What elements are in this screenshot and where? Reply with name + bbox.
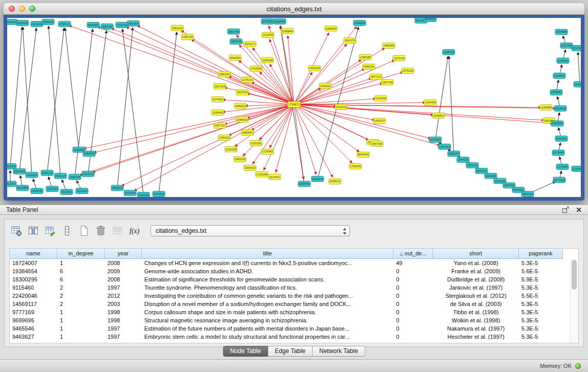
graph-node[interactable]: 1424541 <box>553 73 565 79</box>
graph-node[interactable]: 1844104 <box>424 18 437 21</box>
graph-node[interactable]: 1880631 <box>241 130 253 136</box>
column-header-title[interactable]: title <box>142 249 394 259</box>
graph-node[interactable]: 1877114 <box>370 74 382 80</box>
table-row[interactable]: 1830029562008Estimation of significance … <box>10 275 578 283</box>
graph-node[interactable]: 2245012 <box>329 179 341 184</box>
graph-node[interactable]: 1961370 <box>344 38 356 43</box>
graph-node[interactable]: 1844167 <box>475 168 488 173</box>
graph-node[interactable]: 1952913 <box>26 172 38 178</box>
graph-node[interactable]: 1927518 <box>213 83 226 89</box>
graph-node[interactable]: 1758101 <box>58 21 71 27</box>
graph-node[interactable]: 1851104 <box>127 20 139 26</box>
graph-node[interactable]: 1913315 <box>137 192 149 197</box>
graph-node[interactable]: 2099410 <box>236 117 248 122</box>
graph-node[interactable]: 1913308 <box>16 185 29 191</box>
hub-node[interactable]: 1724972 <box>287 101 300 107</box>
graph-node[interactable]: 2361104 <box>171 25 183 31</box>
graph-node[interactable]: 1564749 <box>227 29 239 34</box>
window-zoom-button[interactable] <box>29 6 35 12</box>
graph-node[interactable]: 1154808 <box>555 29 568 35</box>
graph-node[interactable]: 1913302 <box>7 19 17 25</box>
column-header-out_de[interactable]: △out_de... <box>394 249 433 259</box>
graph-node[interactable]: 1836112 <box>234 103 246 109</box>
graph-node[interactable]: 1844165 <box>457 157 469 163</box>
tab-edgetable[interactable]: Edge Table <box>268 346 313 357</box>
scrollbar-thumb[interactable] <box>572 260 577 290</box>
graph-node[interactable]: 1948794 <box>443 49 455 55</box>
window-minimize-button[interactable] <box>19 6 25 12</box>
column-header-name[interactable]: name <box>10 249 57 259</box>
graph-node[interactable]: 8163040 <box>273 18 286 24</box>
graph-node[interactable]: 1913311 <box>60 189 73 195</box>
graph-node[interactable]: 1944163 <box>466 163 478 168</box>
graph-node[interactable]: 1770454 <box>556 164 569 170</box>
graph-node[interactable]: 1854749 <box>230 39 242 45</box>
graph-node[interactable]: 1836161 <box>42 19 54 25</box>
tab-nodetable[interactable]: Node Table <box>223 346 268 357</box>
graph-node[interactable]: 1789332 <box>218 135 230 141</box>
table-row[interactable]: 946362711997Embryonic stem cells: a mode… <box>10 333 578 341</box>
graph-node[interactable]: 1973743 <box>393 55 405 61</box>
window-close-button[interactable] <box>9 6 15 12</box>
graph-node[interactable]: 1914471 <box>268 174 280 180</box>
graph-node[interactable]: 1367914 <box>439 144 451 149</box>
graph-node[interactable]: 1320211 <box>319 83 332 89</box>
graph-node[interactable]: 1983225 <box>233 157 246 162</box>
graph-node[interactable]: 1815341 <box>298 181 311 187</box>
network-canvas[interactable]: 2280840122454920431711842004208115319275… <box>7 18 581 197</box>
graph-node[interactable]: 8549343 <box>357 152 369 158</box>
column-header-pagerank[interactable]: pagerank <box>519 249 563 259</box>
graph-node[interactable]: 1044168 <box>485 173 497 179</box>
graph-node[interactable]: 1913319 <box>572 46 581 51</box>
graph-node[interactable]: 1210616 <box>335 104 347 110</box>
function-builder-icon[interactable]: f(x) <box>128 224 141 237</box>
graph-node[interactable]: 2066414 <box>244 165 256 171</box>
float-panel-icon[interactable] <box>562 206 570 213</box>
table-row[interactable]: 1872400712008Changes of HCN gene express… <box>10 259 578 267</box>
graph-node[interactable]: 1957758 <box>381 79 394 85</box>
close-panel-icon[interactable]: ✕ <box>576 206 582 213</box>
table-row[interactable]: 946554611997Estimation of the future num… <box>10 324 578 333</box>
graph-node[interactable]: 1785083 <box>359 54 372 60</box>
graph-node[interactable]: 1742005 <box>250 66 262 72</box>
graph-node[interactable]: 1604004 <box>354 20 366 26</box>
new-table-icon[interactable] <box>77 224 91 237</box>
graph-node[interactable]: 1159938 <box>540 105 552 111</box>
graph-node[interactable]: 1954163 <box>448 151 460 157</box>
graph-node[interactable]: 2206058 <box>261 57 273 63</box>
column-selector-icon[interactable] <box>60 224 74 237</box>
graph-node[interactable]: 2081153 <box>218 72 230 77</box>
graph-node[interactable]: 1905134 <box>41 170 53 176</box>
table-row[interactable]: 2242004622012Investigating the contribut… <box>10 292 578 300</box>
graph-node[interactable]: 1842004 <box>229 55 241 60</box>
graph-node[interactable]: 1725463 <box>261 149 273 155</box>
graph-node[interactable]: 1667354 <box>371 141 383 146</box>
graph-node[interactable]: 1604727 <box>374 118 386 124</box>
graph-node[interactable]: 1966509 <box>325 26 337 31</box>
graph-node[interactable]: 2280840 <box>281 28 293 34</box>
table-row[interactable]: 969969511998Structural magnetic resonanc… <box>10 316 578 324</box>
graph-node[interactable]: 2485083 <box>383 43 395 49</box>
graph-node[interactable]: 2152208 <box>225 146 237 152</box>
graph-node[interactable]: 1297343 <box>560 43 573 49</box>
table-row[interactable]: 1938455462009Genome-wide association stu… <box>10 267 578 275</box>
graph-node[interactable]: 1210644 <box>375 96 387 101</box>
graph-node[interactable]: 1024541 <box>554 106 567 112</box>
table-row[interactable]: 977716911998Corpus callosum shape and si… <box>10 308 578 316</box>
graph-node[interactable]: 1154469 <box>424 100 437 105</box>
graph-node[interactable]: 1913318 <box>312 176 324 182</box>
graph-node[interactable]: 3572301 <box>261 18 273 24</box>
graph-node[interactable]: 2026054 <box>87 22 99 28</box>
graph-node[interactable]: 1677014 <box>553 177 565 183</box>
graph-node[interactable]: 1210450 <box>572 166 581 172</box>
table-row[interactable]: 1456911722003Disruption of a novel membe… <box>10 300 578 308</box>
graph-node[interactable]: 1952915 <box>83 151 95 157</box>
column-header-year[interactable]: year <box>105 249 142 259</box>
table-columns-icon[interactable] <box>27 224 40 237</box>
window-titlebar[interactable]: citations_edges.txt <box>4 3 584 15</box>
graph-node[interactable]: 1905139 <box>31 188 43 194</box>
graph-node[interactable]: 1824412 <box>521 191 534 197</box>
graph-node[interactable]: 2175141 <box>241 77 253 83</box>
graph-node[interactable]: 1905135 <box>69 174 81 180</box>
graph-node[interactable]: 1444541 <box>574 81 581 87</box>
